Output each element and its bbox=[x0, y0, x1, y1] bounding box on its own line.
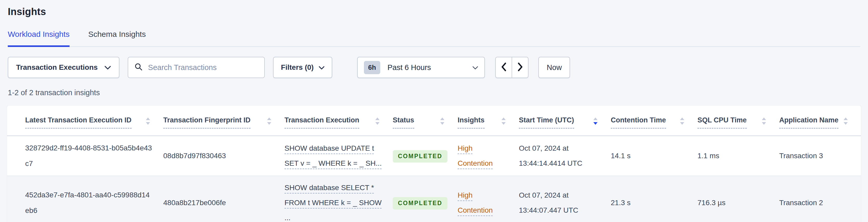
latest-execution-id-cell: 452da3e7-e7fa-4801-aa40-c59988d14eb6 bbox=[7, 176, 163, 222]
status-badge: COMPLETED bbox=[393, 150, 447, 163]
insights-table-card: Latest Transaction Execution ID Transact… bbox=[7, 105, 861, 222]
sql-cpu-time-cell: 716.3 µs bbox=[698, 176, 779, 222]
execution-type-dropdown[interactable]: Transaction Executions bbox=[8, 57, 119, 78]
column-header-insights[interactable]: Insights bbox=[458, 105, 519, 136]
tab-schema-insights[interactable]: Schema Insights bbox=[88, 30, 146, 47]
sort-icon bbox=[267, 117, 272, 125]
time-nav-group bbox=[495, 57, 528, 78]
sql-cpu-time-cell: 1.1 ms bbox=[698, 136, 779, 176]
chevron-left-icon bbox=[501, 62, 507, 73]
column-header-status[interactable]: Status bbox=[393, 105, 458, 136]
table-row: 452da3e7-e7fa-4801-aa40-c59988d14eb6 480… bbox=[7, 176, 861, 222]
fingerprint-id-cell: 08d8b7d97f830463 bbox=[163, 136, 284, 176]
time-range-label: Past 6 Hours bbox=[388, 63, 431, 72]
filters-dropdown[interactable]: Filters (0) bbox=[273, 57, 332, 78]
insight-link[interactable]: High Contention bbox=[458, 144, 493, 167]
column-header-transaction-fingerprint-id[interactable]: Transaction Fingerprint ID bbox=[163, 105, 284, 136]
transaction-execution-link[interactable]: SHOW database SELECT * FROM t WHERE k = … bbox=[284, 184, 381, 222]
sort-icon-active bbox=[593, 117, 598, 125]
transaction-insights-table: Latest Transaction Execution ID Transact… bbox=[7, 105, 861, 222]
contention-time-cell: 14.1 s bbox=[611, 136, 698, 176]
results-count: 1-2 of 2 transaction insights bbox=[8, 89, 860, 97]
page-title: Insights bbox=[8, 6, 860, 18]
time-range-dropdown[interactable]: 6h Past 6 Hours bbox=[357, 57, 485, 78]
next-time-range-button[interactable] bbox=[512, 57, 528, 78]
application-name-cell: Transaction 2 bbox=[779, 176, 861, 222]
contention-time-cell: 21.3 s bbox=[611, 176, 698, 222]
fingerprint-id-cell: 480a8b217be006fe bbox=[163, 176, 284, 222]
column-header-start-time[interactable]: Start Time (UTC) bbox=[519, 105, 611, 136]
filters-label: Filters (0) bbox=[281, 63, 314, 71]
latest-execution-id-cell: 328729d2-ff19-4408-8531-b05a5b4e43c7 bbox=[7, 136, 163, 176]
search-input[interactable] bbox=[148, 63, 258, 72]
chevron-right-icon bbox=[517, 62, 523, 73]
sort-icon bbox=[440, 117, 445, 125]
column-header-latest-transaction-execution-id[interactable]: Latest Transaction Execution ID bbox=[7, 105, 163, 136]
now-button[interactable]: Now bbox=[538, 57, 570, 78]
column-header-sql-cpu-time[interactable]: SQL CPU Time bbox=[698, 105, 779, 136]
sort-icon bbox=[375, 117, 380, 125]
sort-icon bbox=[146, 117, 150, 125]
insight-link[interactable]: High Contention bbox=[458, 191, 493, 214]
search-box[interactable] bbox=[128, 57, 265, 78]
chevron-down-icon bbox=[472, 63, 478, 71]
transaction-execution-link[interactable]: SHOW database UPDATE t SET v = _ WHERE k… bbox=[284, 144, 382, 167]
sort-icon bbox=[843, 117, 848, 125]
chevron-down-icon bbox=[319, 63, 324, 71]
insights-page: Insights Workload Insights Schema Insigh… bbox=[0, 0, 868, 222]
time-range-badge: 6h bbox=[364, 61, 380, 74]
column-header-contention-time[interactable]: Contention Time bbox=[611, 105, 698, 136]
execution-type-label: Transaction Executions bbox=[16, 63, 98, 71]
search-icon bbox=[134, 63, 143, 72]
table-row: 328729d2-ff19-4408-8531-b05a5b4e43c7 08d… bbox=[7, 136, 861, 176]
start-time-cell: Oct 07, 2024 at 13:44:14.4414 UTC bbox=[519, 136, 611, 176]
sort-icon bbox=[762, 117, 766, 125]
sort-icon bbox=[680, 117, 684, 125]
column-header-transaction-execution[interactable]: Transaction Execution bbox=[284, 105, 393, 136]
previous-time-range-button[interactable] bbox=[495, 57, 512, 78]
table-header-row: Latest Transaction Execution ID Transact… bbox=[7, 105, 861, 136]
column-header-application-name[interactable]: Application Name bbox=[779, 105, 861, 136]
chevron-down-icon bbox=[104, 63, 111, 71]
sort-icon bbox=[501, 117, 506, 125]
status-badge: COMPLETED bbox=[393, 197, 447, 210]
start-time-cell: Oct 07, 2024 at 13:44:07.447 UTC bbox=[519, 176, 611, 222]
tab-workload-insights[interactable]: Workload Insights bbox=[8, 30, 69, 47]
now-button-label: Now bbox=[547, 63, 562, 72]
application-name-cell: Transaction 3 bbox=[779, 136, 861, 176]
tab-bar: Workload Insights Schema Insights bbox=[8, 30, 860, 47]
toolbar: Transaction Executions Filters (0) 6h bbox=[8, 57, 860, 78]
